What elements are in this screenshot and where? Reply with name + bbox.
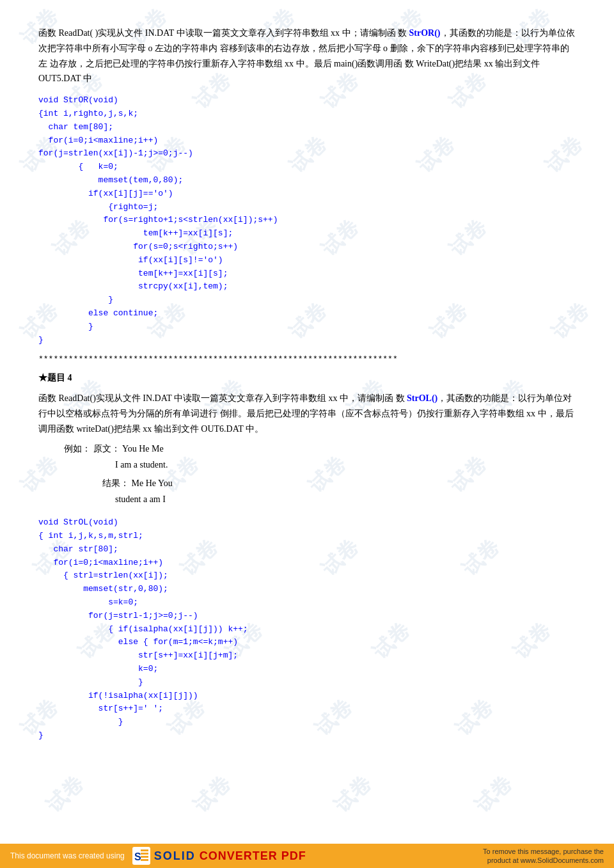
example-result: 结果： Me He You xyxy=(102,475,576,491)
footer-right-text: To remove this message, purchase theprod… xyxy=(483,847,604,865)
svg-rect-3 xyxy=(141,853,148,855)
code-strol: void StrOL(void) { int i,j,k,s,m,strl; c… xyxy=(38,516,576,743)
svg-rect-5 xyxy=(141,859,148,861)
code-stror: void StrOR(void) {int i,righto,j,s,k; ch… xyxy=(38,94,576,347)
footer-bar: This document was created using S SOLID … xyxy=(0,844,614,868)
footer-left-text: This document was created using xyxy=(10,851,125,860)
solid-converter-icon: S xyxy=(132,847,150,865)
svg-rect-4 xyxy=(141,856,148,858)
result-line1: Me He You xyxy=(132,478,173,488)
topic4-text: 函数 ReadDat()实现从文件 IN.DAT 中读取一篇英文文章存入到字符串… xyxy=(38,391,576,436)
example-result-line2: student a am I xyxy=(115,491,576,507)
svg-text:S: S xyxy=(134,851,141,862)
footer-converter-text: CONVERTER PDF xyxy=(200,849,306,863)
example-original-line2: I am a student. xyxy=(115,457,576,473)
topic4-paragraph: 函数 ReadDat()实现从文件 IN.DAT 中读取一篇英文文章存入到字符串… xyxy=(38,391,576,436)
result-line2: student a am I xyxy=(115,494,166,504)
intro-paragraph: 函数 ReadDat( )实现从文件 IN.DAT 中读取一篇英文文章存入到字符… xyxy=(38,26,576,86)
example-section: 例如： 原文： You He Me I am a student. 结果： Me… xyxy=(64,441,576,508)
svg-rect-2 xyxy=(141,849,148,851)
example-label: 例如： xyxy=(64,444,91,454)
original-label: 原文： xyxy=(93,444,120,454)
separator-line: ****************************************… xyxy=(38,354,576,364)
result-label: 结果： xyxy=(102,478,129,488)
footer-logo-area: S SOLID CONVERTER PDF xyxy=(132,847,306,865)
strol-func-name: StrOL() xyxy=(407,393,437,403)
stror-func-name: StrOR() xyxy=(409,28,441,38)
example-original: 例如： 原文： You He Me xyxy=(64,441,576,457)
intro-text: 函数 ReadDat( )实现从文件 IN.DAT 中读取一篇英文文章存入到字符… xyxy=(38,26,576,86)
topic4-header: ★题目 4 xyxy=(38,370,576,386)
original-line1: You He Me xyxy=(122,444,164,454)
original-line2: I am a student. xyxy=(115,460,168,470)
footer-solid-text: SOLID xyxy=(154,849,196,863)
